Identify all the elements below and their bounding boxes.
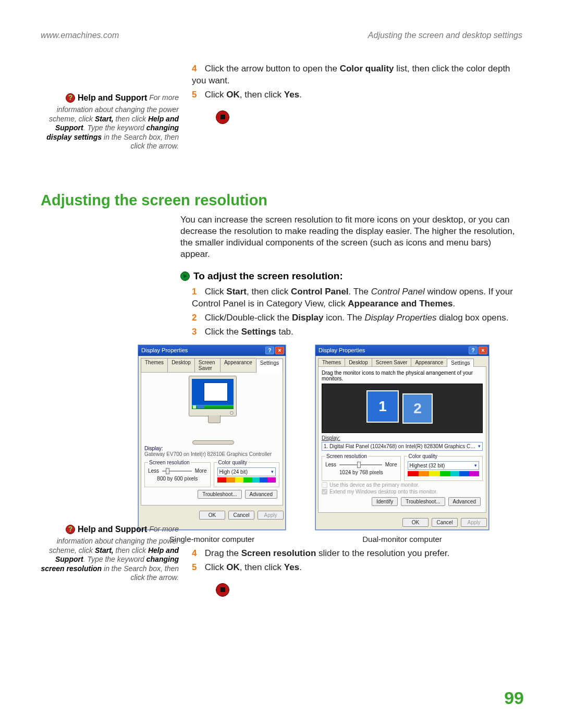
tab-desktop[interactable]: Desktop [345,358,372,366]
chevron-down-icon: ▾ [474,463,477,468]
cancel-button[interactable]: Cancel [432,518,458,527]
step-4: 4 Drag the Screen resolution slider to t… [192,548,522,560]
tab-appearance[interactable]: Appearance [220,358,256,372]
tab-appearance[interactable]: Appearance [411,358,447,366]
step-2: 2 Click/Double-click the Display icon. T… [192,312,522,324]
display-properties-dual: Display Properties ? × Themes Desktop Sc… [315,344,489,530]
help-support-box-2: ?Help and Support For more information a… [41,524,179,583]
stop-icon [216,583,229,597]
dlg-titlebar[interactable]: Display Properties ? × [138,345,286,356]
resolution-slider[interactable] [162,467,192,475]
color-quality-group: Color quality High (24 bit)▾ [214,460,280,487]
primary-monitor-checkbox[interactable]: Use this device as the primary monitor. [322,482,483,488]
tab-settings[interactable]: Settings [256,359,283,373]
help-support-box-1: ?Help and Support For more information a… [41,93,179,151]
step-3: 3 Click the Settings tab. [192,326,522,338]
step-5-prev: 5 Click OK, then click Yes. [192,89,522,101]
tab-themes[interactable]: Themes [318,358,345,366]
color-quality-dropdown[interactable]: Highest (32 bit)▾ [408,461,480,470]
monitor-arrangement[interactable]: 1 2 [322,384,483,433]
monitor-2-icon[interactable]: 2 [402,393,433,424]
display-label: Display: [144,446,279,451]
close-button[interactable]: × [275,347,284,354]
color-quality-dropdown[interactable]: High (24 bit)▾ [217,467,276,476]
extend-desktop-checkbox[interactable]: Extend my Windows desktop onto this moni… [322,489,483,495]
apply-button[interactable]: Apply [258,511,284,520]
apply-button[interactable]: Apply [461,518,487,527]
tab-themes[interactable]: Themes [141,358,167,372]
ok-button[interactable]: OK [402,518,429,527]
display-properties-single: Display Properties ? × Themes Desktop Sc… [138,344,286,530]
chevron-down-icon: ▾ [271,469,274,474]
step-5: 5 Click OK, then click Yes. [192,562,522,574]
tab-strip: Themes Desktop Screen Saver Appearance S… [138,356,286,372]
tab-strip: Themes Desktop Screen Saver Appearance S… [315,356,489,366]
ok-button[interactable]: OK [199,511,225,520]
help-button[interactable]: ? [265,347,274,354]
identify-button[interactable]: Identify [372,497,398,506]
cancel-button[interactable]: Cancel [228,511,254,520]
stop-icon [216,110,229,124]
step-4-prev: 4 Click the arrow button to open the Col… [192,63,522,87]
screen-resolution-group: Screen resolution Less More 800 by 600 p… [144,460,211,487]
tab-settings[interactable]: Settings [447,359,474,367]
drag-instruction: Drag the monitor icons to match the phys… [322,370,483,381]
advanced-button[interactable]: Advanced [448,497,481,506]
troubleshoot-button[interactable]: Troubleshoot... [401,497,445,506]
procedure-heading: To adjust the screen resolution: [180,270,522,282]
dlg-titlebar[interactable]: Display Properties ? × [315,345,489,356]
resolution-value: 1024 by 768 pixels [325,470,397,475]
tab-screensaver[interactable]: Screen Saver [372,358,411,366]
advanced-button[interactable]: Advanced [245,490,277,499]
resolution-value: 800 by 600 pixels [148,476,207,482]
color-preview [217,477,276,483]
step-1: 1 Click Start, then click Control Panel.… [192,286,522,310]
help-icon: ? [66,93,75,103]
tab-screensaver[interactable]: Screen Saver [194,358,220,372]
tab-desktop[interactable]: Desktop [167,358,194,372]
section-heading: Adjusting the screen resolution [41,192,522,209]
troubleshoot-button[interactable]: Troubleshoot... [198,490,241,499]
play-icon [180,272,190,281]
display-value: Gateway EV700 on Intel(r) 82810E Graphic… [144,451,279,457]
chapter-title: Adjusting the screen and desktop setting… [368,31,522,40]
resolution-slider[interactable] [339,461,382,468]
color-quality-group: Color quality Highest (32 bit)▾ [404,453,483,481]
header-url: www.emachines.com [41,31,119,40]
help-button[interactable]: ? [469,347,478,354]
page-number: 99 [504,688,524,708]
caption-dual: Dual-monitor computer [315,535,489,544]
monitor-1-icon[interactable]: 1 [366,390,399,423]
chevron-down-icon: ▾ [478,443,481,449]
monitor-preview [181,376,243,433]
display-label: Display: [322,435,483,441]
close-button[interactable]: × [479,347,487,354]
display-dropdown[interactable]: 1. Digital Flat Panel (1024x768) on Inte… [322,442,483,451]
screen-resolution-group: Screen resolution Less More 1024 by 768 … [322,453,401,481]
help-icon: ? [66,525,75,534]
section-intro: You can increase the screen resolution t… [180,214,522,260]
color-preview [408,471,480,476]
